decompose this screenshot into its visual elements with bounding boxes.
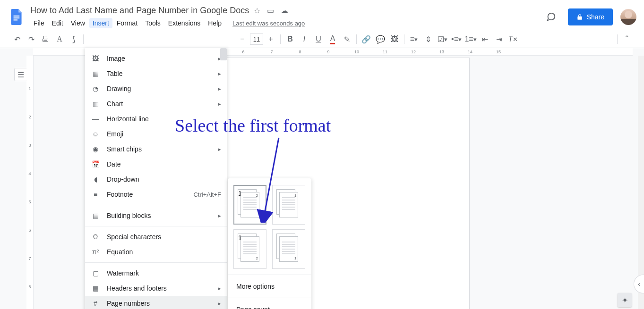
move-icon[interactable]: ▭ <box>267 6 274 15</box>
checklist-button[interactable]: ☑▾ <box>436 33 449 46</box>
lock-icon <box>576 14 583 20</box>
insert-emoji[interactable]: ☺Emoji <box>85 126 227 142</box>
docs-logo-icon[interactable] <box>8 8 26 26</box>
insert-image[interactable]: 🖼Image▸ <box>85 51 227 66</box>
numbered-list-button[interactable]: 1≡▾ <box>464 33 477 46</box>
share-label: Share <box>587 13 604 21</box>
indent-decrease-button[interactable]: ⇤ <box>478 33 491 46</box>
insert-table[interactable]: ▦Table▸ <box>85 66 227 81</box>
vertical-ruler[interactable]: 12345678 <box>26 56 34 309</box>
left-gutter: ☰ <box>0 48 20 309</box>
highlight-button[interactable]: ✎ <box>340 33 353 46</box>
footnote-icon: ≡ <box>91 190 100 199</box>
bulleted-list-button[interactable]: •≡▾ <box>450 33 463 46</box>
insert-page-numbers[interactable]: #Page numbers▸ <box>85 296 227 309</box>
insert-dropdown[interactable]: ◖Drop-down <box>85 172 227 187</box>
last-edit-link[interactable]: Last edit was seconds ago <box>232 20 305 27</box>
doc-title-input[interactable]: How to Add Last Name and Page Number in … <box>30 6 249 16</box>
building-blocks-icon: ▤ <box>91 211 100 220</box>
text-color-button[interactable]: A <box>326 33 339 46</box>
image-icon: 🖼 <box>91 54 100 63</box>
equation-icon: π² <box>91 247 100 257</box>
page-number-format-4[interactable]: 1 <box>272 229 305 269</box>
insert-horizontal-line[interactable]: —Horizontal line <box>85 111 227 126</box>
outline-toggle-button[interactable]: ☰ <box>14 68 27 81</box>
chart-icon: ▥ <box>91 99 100 109</box>
drawing-icon: ◔ <box>91 84 100 93</box>
explore-button[interactable]: ✦ <box>618 293 632 307</box>
table-icon: ▦ <box>91 69 100 78</box>
insert-chart[interactable]: ▥Chart▸ <box>85 96 227 111</box>
clear-format-button[interactable]: T✕ <box>507 33 520 46</box>
comment-add-button[interactable]: 💬 <box>374 33 387 46</box>
insert-smart-chips[interactable]: ◉Smart chips▸ <box>85 142 227 157</box>
toolbar: ↶ ↷ 🖶 A ⟆ − 11 + B I U A ✎ 🔗 💬 🖼 ≡▾ ⇕ ☑▾… <box>0 30 644 48</box>
header-right: Share <box>541 8 636 26</box>
print-button[interactable]: 🖶 <box>39 33 52 46</box>
watermark-icon: ▢ <box>91 268 100 278</box>
date-icon: 📅 <box>91 159 100 169</box>
omega-icon: Ω <box>91 232 100 242</box>
title-area: How to Add Last Name and Page Number in … <box>30 5 541 29</box>
avatar[interactable] <box>620 9 636 25</box>
indent-increase-button[interactable]: ⇥ <box>492 33 506 46</box>
menu-help[interactable]: Help <box>205 18 225 28</box>
smart-chips-icon: ◉ <box>91 144 100 154</box>
work-area: ☰ 456789101112131415 12345678 🖼Image▸ ▦T… <box>0 48 644 309</box>
page-numbers-submenu: 12 1 12 1 More options Page count <box>228 178 311 309</box>
spellcheck-button[interactable]: A <box>53 33 66 46</box>
collapse-toolbar-button[interactable]: ˆ <box>620 33 634 46</box>
undo-button[interactable]: ↶ <box>10 33 24 46</box>
menu-format[interactable]: Format <box>113 18 141 28</box>
page-number-format-1[interactable]: 12 <box>233 185 266 225</box>
star-icon[interactable]: ☆ <box>254 6 260 15</box>
font-size-input[interactable]: 11 <box>250 33 263 45</box>
redo-button[interactable]: ↷ <box>25 33 38 46</box>
menu-tools[interactable]: Tools <box>142 18 164 28</box>
share-button[interactable]: Share <box>568 8 613 25</box>
line-spacing-button[interactable]: ⇕ <box>421 33 435 46</box>
page-number-format-2[interactable]: 1 <box>272 185 305 225</box>
insert-watermark[interactable]: ▢Watermark <box>85 266 227 281</box>
font-size-plus[interactable]: + <box>264 33 277 46</box>
insert-building-blocks[interactable]: ▤Building blocks▸ <box>85 208 227 223</box>
app-header: How to Add Last Name and Page Number in … <box>0 0 644 30</box>
font-size-minus[interactable]: − <box>236 33 249 46</box>
page-number-format-3[interactable]: 12 <box>233 229 266 269</box>
italic-button[interactable]: I <box>298 33 311 46</box>
align-button[interactable]: ≡▾ <box>407 33 421 46</box>
paint-format-button[interactable]: ⟆ <box>67 33 80 46</box>
svg-rect-2 <box>14 19 18 20</box>
bold-button[interactable]: B <box>283 33 297 46</box>
menu-edit[interactable]: Edit <box>49 18 67 28</box>
menu-extensions[interactable]: Extensions <box>165 18 204 28</box>
dropdown-icon: ◖ <box>91 175 100 184</box>
menu-view[interactable]: View <box>68 18 88 28</box>
insert-menu-dropdown: 🖼Image▸ ▦Table▸ ◔Drawing▸ ▥Chart▸ —Horiz… <box>85 48 227 309</box>
insert-equation[interactable]: π²Equation <box>85 244 227 259</box>
page-numbers-icon: # <box>91 299 100 308</box>
underline-button[interactable]: U <box>312 33 325 46</box>
menu-insert[interactable]: Insert <box>89 18 112 28</box>
svg-rect-1 <box>14 17 20 18</box>
menu-bar: File Edit View Insert Format Tools Exten… <box>30 17 541 29</box>
side-panel-toggle[interactable]: ‹ <box>634 275 644 293</box>
page-numbers-page-count[interactable]: Page count <box>233 301 306 309</box>
svg-rect-0 <box>14 16 20 17</box>
link-button[interactable]: 🔗 <box>360 33 373 46</box>
insert-footnote[interactable]: ≡FootnoteCtrl+Alt+F <box>85 187 227 202</box>
insert-date[interactable]: 📅Date <box>85 157 227 172</box>
cloud-status-icon[interactable]: ☁ <box>281 6 288 15</box>
insert-drawing[interactable]: ◔Drawing▸ <box>85 81 227 96</box>
insert-headers-footers[interactable]: ▤Headers and footers▸ <box>85 281 227 296</box>
headers-footers-icon: ▤ <box>91 284 100 293</box>
page-numbers-more-options[interactable]: More options <box>233 278 306 295</box>
comments-button[interactable] <box>541 8 560 26</box>
vertical-scrollbar[interactable] <box>638 56 644 309</box>
hr-icon: — <box>91 114 100 124</box>
menu-file[interactable]: File <box>30 18 48 28</box>
emoji-icon: ☺ <box>91 129 100 139</box>
image-button[interactable]: 🖼 <box>388 33 401 46</box>
dropdown-scrollbar[interactable] <box>220 48 227 60</box>
insert-special-characters[interactable]: ΩSpecial characters <box>85 229 227 244</box>
